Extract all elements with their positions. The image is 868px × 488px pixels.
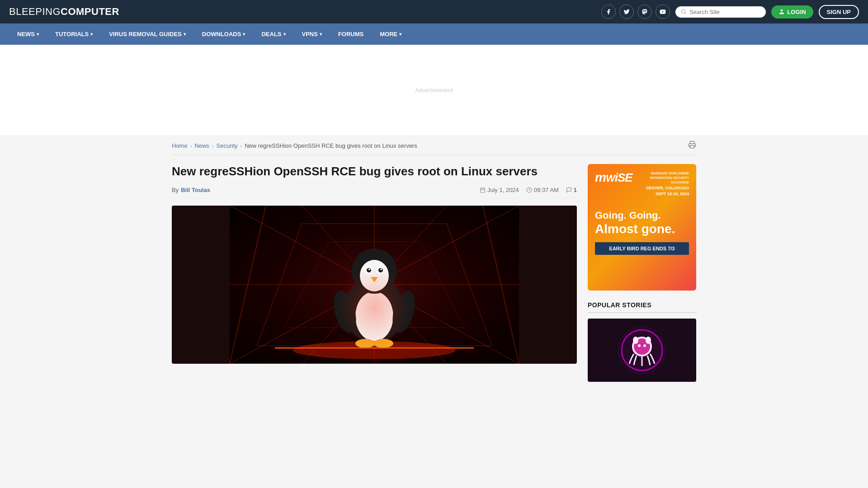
nav-deals[interactable]: DEALS ▾ <box>253 23 293 45</box>
article-hero-image <box>172 206 577 364</box>
breadcrumb-security[interactable]: Security <box>217 142 238 149</box>
social-icons-group <box>601 5 670 19</box>
nav-vpns-arrow: ▾ <box>320 32 322 37</box>
breadcrumb: Home › News › Security › New regreSSHion… <box>172 135 696 155</box>
logo-text-bold: COMPUTER <box>61 6 119 17</box>
nav-virus-removal-arrow: ▾ <box>184 32 186 37</box>
header-right: LOGIN SIGN UP <box>601 5 859 19</box>
ad-tagline-line1: Going. Going. <box>595 210 689 221</box>
breadcrumb-current: New regreSSHion OpenSSH RCE bug gives ro… <box>245 142 417 149</box>
nav-virus-removal[interactable]: VIRUS REMOVAL GUIDES ▾ <box>101 23 194 45</box>
login-button[interactable]: LOGIN <box>771 5 813 19</box>
svg-point-54 <box>622 330 662 371</box>
comments-icon <box>566 187 572 193</box>
nav-downloads-arrow: ▾ <box>243 32 245 37</box>
article-layout: New regreSSHion OpenSSH RCE bug gives ro… <box>172 155 696 391</box>
breadcrumb-sep-2: › <box>212 143 214 149</box>
sidebar-ad-mwise[interactable]: mWiSE MANDIANT WORLDWIDE INFORMATION SEC… <box>588 164 696 291</box>
ad-tagline: Going. Going. Almost gone. <box>595 210 689 237</box>
article-sidebar: mWiSE MANDIANT WORLDWIDE INFORMATION SEC… <box>588 164 696 382</box>
article-title: New regreSSHion OpenSSH RCE bug gives ro… <box>172 164 577 179</box>
ad-placeholder-text: Advertisement <box>415 87 453 94</box>
nav-more[interactable]: MORE ▾ <box>372 23 410 45</box>
svg-rect-4 <box>690 145 694 148</box>
meta-date: July 1, 2024 <box>480 187 519 193</box>
meta-right: July 1, 2024 09:37 AM 1 <box>480 187 577 193</box>
popular-story-image-1[interactable] <box>588 319 696 382</box>
nav-more-arrow: ▾ <box>399 32 401 37</box>
search-bar[interactable] <box>675 6 766 18</box>
article-main: New regreSSHion OpenSSH RCE bug gives ro… <box>172 164 577 382</box>
breadcrumb-home[interactable]: Home <box>172 142 188 149</box>
clock-icon <box>526 187 532 193</box>
print-icon[interactable] <box>688 141 696 151</box>
svg-line-2 <box>685 13 686 14</box>
popular-story-svg <box>610 319 674 382</box>
ad-location: MANDIANT WORLDWIDE INFORMATION SECURITY … <box>632 171 689 197</box>
user-icon <box>778 9 785 15</box>
nav-vpns[interactable]: VPNS ▾ <box>294 23 330 45</box>
ad-mandiant: MANDIANT WORLDWIDE INFORMATION SECURITY … <box>632 171 689 184</box>
signup-button[interactable]: SIGN UP <box>819 5 859 19</box>
facebook-icon[interactable] <box>601 5 616 19</box>
popular-stories-section: POPULAR STORIES <box>588 301 696 382</box>
search-icon <box>681 9 687 15</box>
nav-news[interactable]: NEWS ▾ <box>9 23 47 45</box>
ad-brand-logo: mWiSE <box>595 171 632 184</box>
ad-tagline-line2: Almost gone. <box>595 221 689 237</box>
breadcrumb-sep-3: › <box>241 143 242 149</box>
svg-point-1 <box>682 9 685 13</box>
ad-banner-top: Advertisement <box>0 45 868 135</box>
breadcrumb-sep-1: › <box>190 143 192 149</box>
meta-comments[interactable]: 1 <box>566 187 577 193</box>
twitter-icon[interactable] <box>619 5 634 19</box>
ad-logo-row: mWiSE MANDIANT WORLDWIDE INFORMATION SEC… <box>595 171 689 197</box>
article-meta: By Bill Toulas July 1, 2024 09:37 AM 1 <box>172 187 577 198</box>
nav-tutorials-arrow: ▾ <box>90 32 93 37</box>
logo-text-light: BLEEPING <box>9 6 61 17</box>
svg-point-42 <box>338 267 410 348</box>
meta-author[interactable]: Bill Toulas <box>181 187 210 193</box>
calendar-icon <box>480 187 486 193</box>
ad-location-text: DENVER, COLORADO <box>632 185 689 191</box>
article-hero-svg <box>172 206 577 364</box>
nav-deals-arrow: ▾ <box>283 32 286 37</box>
nav-forums[interactable]: FORUMS <box>330 23 372 45</box>
ad-cta-button[interactable]: EARLY BIRD REG ENDS 7/3 <box>595 242 689 255</box>
nav-tutorials[interactable]: TUTORIALS ▾ <box>47 23 101 45</box>
meta-by-label: By <box>172 187 179 193</box>
popular-stories-title: POPULAR STORIES <box>588 301 696 313</box>
main-nav: NEWS ▾ TUTORIALS ▾ VIRUS REMOVAL GUIDES … <box>0 23 868 45</box>
nav-news-arrow: ▾ <box>37 32 39 37</box>
youtube-icon[interactable] <box>656 5 670 19</box>
site-header: BLEEPINGCOMPUTER LOGIN SIGN UP <box>0 0 868 23</box>
meta-left: By Bill Toulas <box>172 187 210 193</box>
site-logo[interactable]: BLEEPINGCOMPUTER <box>9 6 119 18</box>
content-wrapper: Home › News › Security › New regreSSHion… <box>163 135 705 391</box>
ad-dates: SEPT 18-19, 2024 <box>632 191 689 197</box>
search-input[interactable] <box>689 9 760 15</box>
svg-rect-5 <box>480 188 485 192</box>
nav-downloads[interactable]: DOWNLOADS ▾ <box>194 23 254 45</box>
svg-point-3 <box>781 9 783 12</box>
meta-time: 09:37 AM <box>526 187 559 193</box>
breadcrumb-news[interactable]: News <box>194 142 209 149</box>
mastodon-icon[interactable] <box>637 5 652 19</box>
